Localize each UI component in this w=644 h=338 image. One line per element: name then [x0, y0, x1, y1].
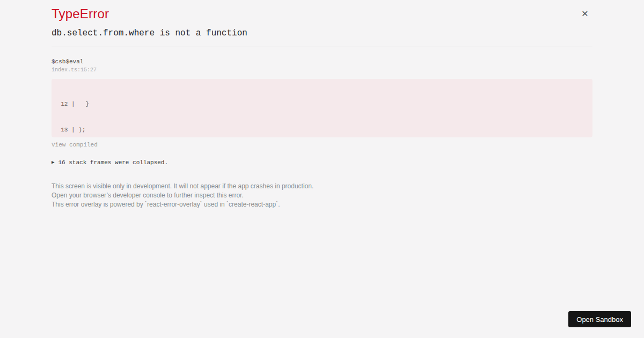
divider [52, 47, 592, 47]
footer-notes: This screen is visible only in developme… [52, 182, 313, 209]
code-line-12: 12 | } [54, 100, 592, 108]
stack-frame-function-name: $csb$eval [52, 58, 83, 65]
code-frame: 12 | } 13 | ); 14 | > 15 | console.log(d… [52, 79, 592, 137]
footer-note-development: This screen is visible only in developme… [52, 182, 313, 191]
open-sandbox-button[interactable]: Open Sandbox [568, 311, 631, 327]
error-overlay-page: × TypeError db.select.from.where is not … [0, 0, 644, 338]
footer-note-powered-by: This error overlay is powered by `react-… [52, 200, 313, 209]
collapsed-stack-frames-toggle[interactable]: ▶16 stack frames were collapsed. [52, 159, 168, 166]
stack-frame-location: index.ts:15:27 [52, 67, 97, 73]
footer-note-console: Open your browser’s developer console to… [52, 191, 313, 200]
collapsed-stack-frames-label: 16 stack frames were collapsed. [58, 159, 168, 166]
error-message: db.select.from.where is not a function [52, 28, 247, 38]
triangle-right-icon: ▶ [52, 159, 54, 165]
view-compiled-link[interactable]: View compiled [52, 142, 98, 148]
error-title: TypeError [52, 6, 109, 21]
code-line-13: 13 | ); [54, 126, 592, 134]
close-icon[interactable]: × [579, 8, 591, 19]
